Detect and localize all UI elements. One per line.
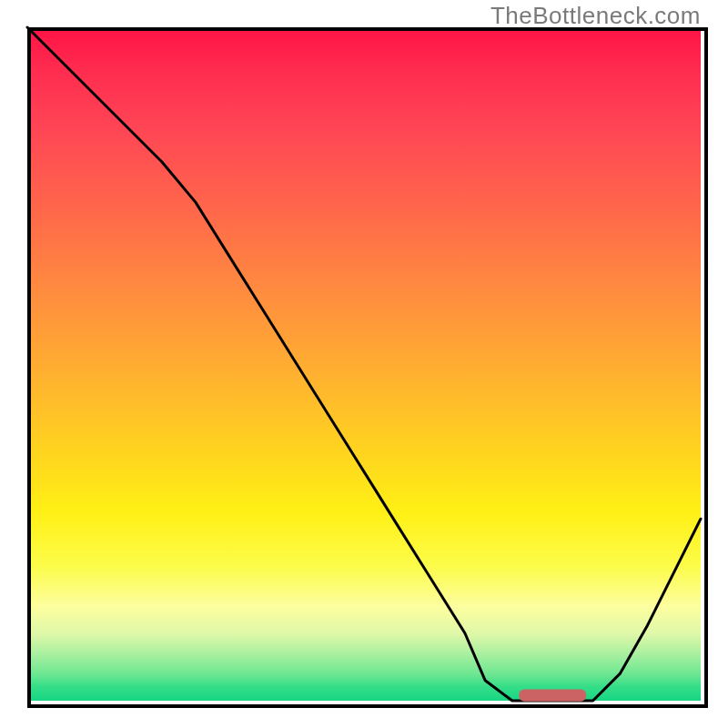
gradient-background bbox=[27, 27, 701, 701]
watermark-label: TheBottleneck.com bbox=[490, 2, 701, 30]
chart-container: TheBottleneck.com bbox=[0, 0, 728, 728]
